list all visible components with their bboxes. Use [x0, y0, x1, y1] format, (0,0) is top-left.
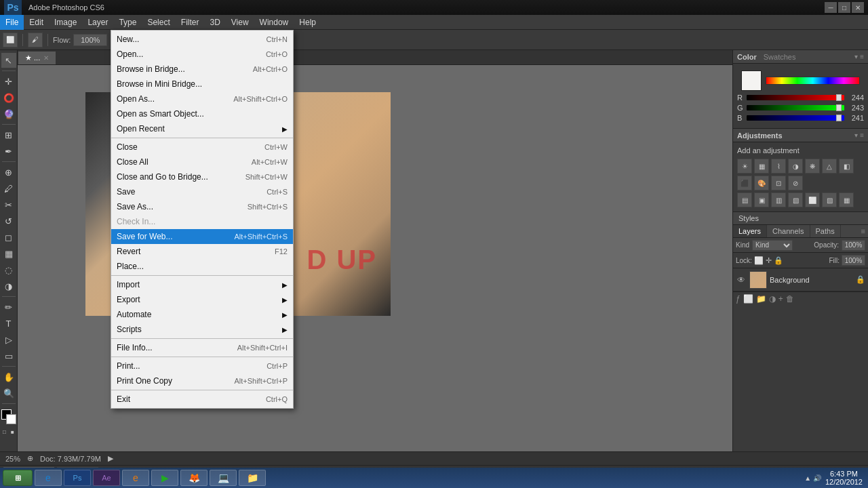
minimize-button[interactable]: ─ [825, 2, 837, 13]
gradient-map-adj-icon[interactable]: ▥ [771, 192, 786, 207]
menu-item-open-recent[interactable]: Open Recent ▶ [111, 121, 293, 136]
menu-item-place[interactable]: Place... [111, 259, 293, 274]
taskbar-ie2[interactable]: e [122, 470, 149, 486]
menu-item-browse-mini-bridge[interactable]: Browse in Mini Bridge... [111, 77, 293, 92]
menu-item-scripts[interactable]: Scripts ▶ [111, 322, 293, 337]
menu-item-exit[interactable]: Exit Ctrl+Q [111, 392, 293, 407]
maximize-button[interactable]: □ [838, 2, 850, 13]
tab-layers[interactable]: Layers [733, 225, 767, 237]
menu-type[interactable]: Type [113, 15, 142, 30]
taskbar-folder[interactable]: 📁 [239, 470, 266, 486]
taskbar-ie[interactable]: e [35, 470, 62, 486]
panel-menu-icon[interactable]: ≡ [860, 53, 864, 60]
text-tool[interactable]: T [1, 316, 16, 331]
exposure-adj-icon[interactable]: ◑ [788, 159, 803, 174]
g-slider[interactable] [747, 105, 844, 110]
path-tool[interactable]: ▷ [1, 332, 16, 347]
menu-item-automate[interactable]: Automate ▶ [111, 307, 293, 322]
fullscreen-mode-btn[interactable]: ■ [9, 428, 16, 435]
blur-tool[interactable]: ◌ [1, 262, 16, 277]
brush-tool[interactable]: 🖊 [1, 181, 16, 196]
menu-item-new[interactable]: New... Ctrl+N [111, 32, 293, 47]
dodge-tool[interactable]: ◑ [1, 279, 16, 293]
doc-tab-close-icon[interactable]: ✕ [43, 54, 49, 62]
menu-item-close-and-bridge[interactable]: Close and Go to Bridge... Shift+Ctrl+W [111, 169, 293, 184]
adj-collapse-icon[interactable]: ▾ [854, 131, 858, 139]
pattern-fill-adj-icon[interactable]: ▦ [839, 192, 854, 207]
layer-row-background[interactable]: 👁 Background 🔒 [733, 268, 868, 291]
add-style-icon[interactable]: ƒ [736, 294, 741, 304]
panel-collapse-icon[interactable]: ▾ [854, 53, 858, 60]
invert-adj-icon[interactable]: ⊘ [788, 176, 803, 190]
taskbar-ps[interactable]: Ps [64, 470, 91, 486]
selective-color-adj-icon[interactable]: ▧ [788, 192, 803, 207]
menu-item-print-one-copy[interactable]: Print One Copy Alt+Shift+Ctrl+P [111, 373, 293, 388]
start-button[interactable]: ⊞ [3, 470, 33, 486]
levels-adj-icon[interactable]: ▦ [754, 159, 769, 174]
close-window-button[interactable]: ✕ [852, 2, 864, 13]
menu-item-file-info[interactable]: File Info... Alt+Shift+Ctrl+I [111, 340, 293, 355]
hand-tool[interactable]: ✋ [1, 369, 16, 384]
menu-item-close[interactable]: Close Ctrl+W [111, 140, 293, 155]
taskbar-media[interactable]: ▶ [151, 470, 178, 486]
pen-tool[interactable]: ✏ [1, 300, 16, 314]
magic-wand-tool[interactable]: 🔮 [1, 106, 16, 121]
clone-stamp-tool[interactable]: ✂ [1, 197, 16, 212]
lock-all-icon[interactable]: 🔒 [774, 256, 783, 265]
layers-panel-menu-icon[interactable]: ≡ [859, 225, 868, 237]
create-group-icon[interactable]: 📁 [756, 294, 766, 304]
lock-position-icon[interactable]: ✛ [766, 256, 772, 265]
opacity-input[interactable] [842, 240, 865, 251]
brush-icon[interactable]: 🖌 [28, 33, 43, 47]
new-layer-icon[interactable]: + [778, 294, 783, 304]
create-fill-adj-icon[interactable]: ◑ [769, 294, 776, 304]
channel-adj-icon[interactable]: ⊡ [771, 176, 786, 190]
colorbalance-adj-icon[interactable]: ◧ [839, 159, 854, 174]
taskbar-firefox[interactable]: 🦊 [180, 470, 208, 486]
menu-file[interactable]: File [0, 15, 24, 30]
delete-layer-icon[interactable]: 🗑 [786, 294, 794, 304]
menu-item-open-smart-object[interactable]: Open as Smart Object... [111, 106, 293, 121]
lock-pixels-icon[interactable]: ⬜ [754, 256, 764, 265]
menu-select[interactable]: Select [142, 15, 175, 30]
tab-paths[interactable]: Paths [810, 225, 841, 237]
menu-item-open-as[interactable]: Open As... Alt+Shift+Ctrl+O [111, 92, 293, 106]
gradient-tool[interactable]: ▦ [1, 246, 16, 261]
menu-help[interactable]: Help [294, 15, 321, 30]
menu-window[interactable]: Window [254, 15, 294, 30]
layer-kind-select[interactable]: Kind [752, 240, 793, 251]
posterize-adj-icon[interactable]: ▤ [737, 192, 752, 207]
menu-image[interactable]: Image [49, 15, 82, 30]
b-slider[interactable] [747, 115, 844, 121]
swatches-panel-title-header[interactable]: Swatches [764, 53, 796, 61]
add-mask-icon[interactable]: ⬜ [743, 294, 753, 304]
history-brush-tool[interactable]: ↺ [1, 214, 16, 228]
menu-item-close-all[interactable]: Close All Alt+Ctrl+W [111, 155, 293, 169]
menu-item-revert[interactable]: Revert F12 [111, 244, 293, 259]
eraser-tool[interactable]: ◻ [1, 230, 16, 245]
layer-visibility-icon[interactable]: 👁 [736, 274, 747, 285]
brightness-adj-icon[interactable]: ☀ [737, 159, 752, 174]
r-slider[interactable] [747, 95, 844, 100]
menu-item-browse-bridge[interactable]: Browse in Bridge... Alt+Ctrl+O [111, 62, 293, 77]
styles-panel-title[interactable]: Styles [733, 212, 764, 224]
taskbar-app6[interactable]: 💻 [210, 470, 237, 486]
menu-item-import[interactable]: Import ▶ [111, 277, 293, 292]
zoom-tool[interactable]: 🔍 [1, 386, 16, 401]
menu-view[interactable]: View [226, 15, 254, 30]
vibrance-adj-icon[interactable]: ❋ [805, 159, 820, 174]
menu-item-print[interactable]: Print... Ctrl+P [111, 359, 293, 373]
tool-icon-1[interactable]: ⬜ [3, 33, 18, 47]
shape-tool[interactable]: ▭ [1, 348, 16, 363]
hsl-adj-icon[interactable]: △ [822, 159, 837, 174]
standard-mode-btn[interactable]: □ [1, 428, 8, 435]
menu-layer[interactable]: Layer [82, 15, 113, 30]
adj-menu-icon[interactable]: ≡ [860, 131, 864, 139]
document-tab-active[interactable]: ★ ... ✕ [18, 51, 56, 64]
crop-tool[interactable]: ⊞ [1, 127, 16, 142]
flow-input[interactable] [73, 34, 107, 46]
eyedropper-tool[interactable]: ✒ [1, 144, 16, 159]
menu-item-save[interactable]: Save Ctrl+S [111, 184, 293, 199]
selection-tool[interactable]: ↖ [1, 53, 16, 68]
bw-adj-icon[interactable]: ⬛ [737, 176, 752, 190]
